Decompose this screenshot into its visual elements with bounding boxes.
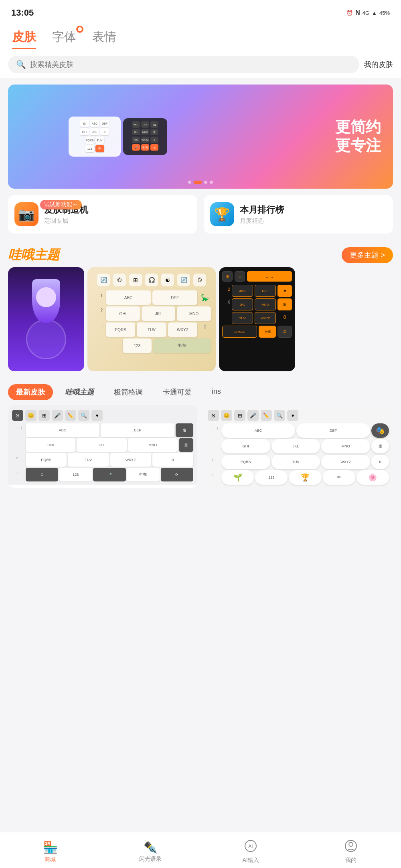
status-icons: ⏰ N 4G ▲ 45% xyxy=(346,9,390,16)
nav-profile-label: 我的 xyxy=(345,857,356,864)
my-skin-button[interactable]: 我的皮肤 xyxy=(364,60,393,69)
monthly-rank-card[interactable]: 🏆 本月排行榜 月度精选 xyxy=(204,195,393,234)
skin-maker-icon: 📷 xyxy=(14,202,38,226)
status-time: 13:05 xyxy=(11,8,34,18)
nav-store[interactable]: 🏪 商城 xyxy=(0,837,100,863)
dot-4 xyxy=(210,181,213,184)
nfc-icon: N xyxy=(355,9,360,16)
skin-maker-subtitle: 定制专属 xyxy=(44,217,88,225)
alarm-icon: ⏰ xyxy=(346,10,353,16)
ai-icon: AI xyxy=(244,840,257,855)
search-icon: 🔍 xyxy=(16,60,26,69)
search-input[interactable] xyxy=(30,60,351,69)
skin-card-1[interactable]: S 😊 ⊞ 🎤 ✏️ 🔍 ▾ · 1 ABC DEF 🗑 · GHI JKL xyxy=(8,405,197,488)
theme-card-anime[interactable] xyxy=(8,267,84,371)
search-input-wrap[interactable]: 🔍 xyxy=(8,56,359,73)
skin-cards-grid: S 😊 ⊞ 🎤 ✏️ 🔍 ▾ · 1 ABC DEF 🗑 · GHI JKL xyxy=(0,405,401,528)
cat-tab-wawa[interactable]: 哇哦主题 xyxy=(57,384,102,400)
flash-icon: ✒️ xyxy=(144,841,158,854)
banner-text-line2: 更专注 xyxy=(335,137,381,155)
banner-keyboard-preview: @/ ABC DEF GHI JKL ? PQRS TUV 123 中 ABC … xyxy=(12,89,224,185)
skin-maker-badge: 试试新功能～ xyxy=(40,200,82,209)
monthly-rank-texts: 本月排行榜 月度精选 xyxy=(240,204,284,225)
tab-font[interactable]: 字体 xyxy=(52,29,76,49)
banner-dots xyxy=(188,181,213,184)
cat-tab-cartoon[interactable]: 卡通可爱 xyxy=(155,384,200,400)
wawa-title: 哇哦主题 xyxy=(8,246,59,264)
tab-skin[interactable]: 皮肤 xyxy=(12,29,36,49)
monthly-rank-icon: 🏆 xyxy=(210,202,234,226)
wawa-section-header: 哇哦主题 更多主题 > xyxy=(0,240,401,267)
dot-1 xyxy=(188,181,191,184)
monthly-rank-title: 本月排行榜 xyxy=(240,204,284,216)
cat-tab-minimal[interactable]: 极简格调 xyxy=(106,384,151,400)
cat-tab-latest[interactable]: 最新皮肤 xyxy=(8,384,53,400)
profile-icon xyxy=(344,840,357,855)
category-tabs: 最新皮肤 哇哦主题 极简格调 卡通可爱 ins xyxy=(0,378,401,405)
status-bar: 13:05 ⏰ N 4G ▲ 45% xyxy=(0,0,401,24)
svg-point-3 xyxy=(349,842,353,846)
nav-ai[interactable]: AI AI输入 xyxy=(200,836,301,864)
skin-maker-card[interactable]: 📷 皮肤制造机 定制专属 试试新功能～ xyxy=(8,195,197,234)
svg-text:AI: AI xyxy=(248,844,253,849)
nav-flash-label: 闪光语录 xyxy=(139,856,162,863)
search-bar-container: 🔍 我的皮肤 xyxy=(0,49,401,78)
banner-content: 更简约 更专注 xyxy=(335,118,381,155)
nav-flash[interactable]: ✒️ 闪光语录 xyxy=(100,838,200,863)
banner: @/ ABC DEF GHI JKL ? PQRS TUV 123 中 ABC … xyxy=(8,85,393,189)
delete-key-1: 🗑 xyxy=(176,423,193,437)
top-tabs: 皮肤 字体 表情 xyxy=(0,24,401,49)
banner-kbd-light: @/ ABC DEF GHI JKL ? PQRS TUV 123 中 xyxy=(69,117,121,157)
signal-icon: 4G xyxy=(363,10,369,16)
nav-ai-label: AI输入 xyxy=(242,857,259,864)
cat-tab-ins[interactable]: ins xyxy=(204,384,229,400)
skin-card-2[interactable]: S 😊 ⊞ 🎤 ✏️ 🔍 ▾ · 1 ABC DEF 🎭 · GHI JKL xyxy=(204,405,393,488)
store-icon: 🏪 xyxy=(43,840,58,854)
theme-card-orange[interactable]: ⚙ ☆ …… 2 ABC DEF ✱ 6 JKL MNO 重 TUV WXYZ … xyxy=(219,267,295,371)
bottom-nav: 🏪 商城 ✒️ 闪光语录 AI AI输入 我的 xyxy=(0,832,401,868)
banner-text-line1: 更简约 xyxy=(335,118,381,137)
dot-2 xyxy=(194,181,202,184)
theme-gallery: 🔄 © ⊞ 🎧 ☯ 🔄 © 1 ABC DEF 🦕 ? GHI JKL MNO xyxy=(0,267,401,378)
quick-actions: 📷 皮肤制造机 定制专属 试试新功能～ 🏆 本月排行榜 月度精选 xyxy=(0,195,401,240)
theme-card-cream[interactable]: 🔄 © ⊞ 🎧 ☯ 🔄 © 1 ABC DEF 🦕 ? GHI JKL MNO xyxy=(87,267,216,371)
battery-icon: 45% xyxy=(379,10,390,16)
dot-3 xyxy=(204,181,207,184)
banner-kbd-dark: ABC DEF ⌫ JKL MNO 重 TUV WXYZ 0 🎤 中/英 ⟳ xyxy=(123,118,167,155)
wawa-title-text: 哇哦主题 xyxy=(8,248,59,262)
nav-store-label: 商城 xyxy=(45,856,56,863)
nav-profile[interactable]: 我的 xyxy=(301,836,401,864)
more-themes-button[interactable]: 更多主题 > xyxy=(342,247,393,263)
monthly-rank-subtitle: 月度精选 xyxy=(240,217,284,225)
font-badge xyxy=(76,26,83,33)
tab-emoji[interactable]: 表情 xyxy=(92,29,116,49)
wifi-icon: ▲ xyxy=(372,10,377,16)
